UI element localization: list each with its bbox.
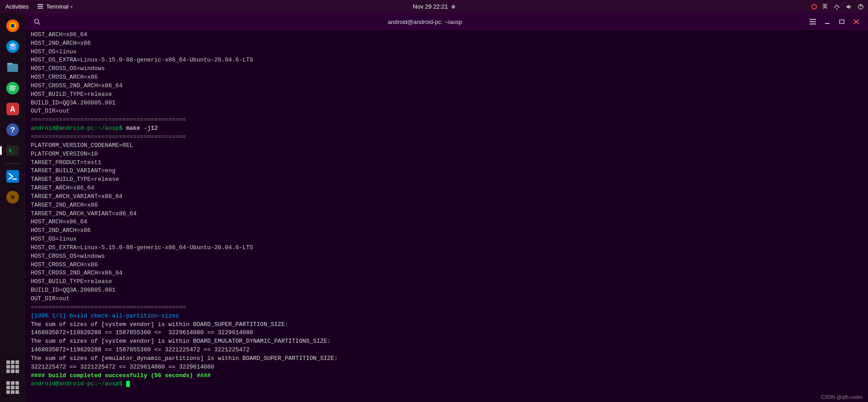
terminal-dock-icon[interactable]: $_	[4, 142, 22, 160]
system-bar-left: Activities Terminal ▾	[0, 0, 76, 13]
terminal-line: HOST_OS=linux	[31, 48, 863, 57]
terminal-minimize-button[interactable]	[821, 15, 834, 28]
terminal-line: TARGET_BUILD_VARIANT=eng	[31, 167, 863, 175]
terminal-line: [100% 1/1] build check-all-partition-siz…	[31, 312, 863, 321]
terminal-line: OUT_DIR=out	[31, 107, 863, 116]
vscode-icon[interactable]	[4, 167, 22, 185]
dock-separator	[5, 163, 20, 164]
hamburger-icon	[810, 19, 816, 24]
terminal-search-button[interactable]	[31, 15, 43, 28]
show-apps-button-2[interactable]	[4, 378, 22, 397]
terminal-line: android@android-pc:~/aosp$	[31, 380, 863, 388]
svg-marker-5	[847, 5, 849, 9]
svg-point-10	[11, 24, 14, 28]
svg-point-4	[836, 8, 838, 9]
svg-rect-31	[810, 24, 816, 24]
terminal-menu-label: Terminal	[46, 3, 68, 10]
terminal-line: OUT_DIR=out	[31, 295, 863, 303]
show-apps-button[interactable]	[4, 358, 22, 376]
terminal-line: HOST_CROSS_ARCH=x86	[31, 261, 863, 270]
terminal-line: HOST_CROSS_2ND_ARCH=x86_64	[31, 269, 863, 278]
svg-rect-1	[38, 6, 43, 7]
terminal-menu-arrow: ▾	[71, 5, 73, 9]
minimize-icon	[824, 19, 830, 24]
svg-rect-30	[810, 21, 816, 22]
terminal-menu-button[interactable]	[806, 15, 819, 28]
terminal-close-button[interactable]	[850, 15, 863, 28]
terminal-line: HOST_CROSS_OS=windows	[31, 65, 863, 73]
terminal-line: HOST_CROSS_OS=windows	[31, 252, 863, 261]
terminal-line: HOST_ARCH=x86_64	[31, 218, 863, 227]
terminal-line: ========================================…	[31, 116, 863, 124]
terminal-line: HOST_OS_EXTRA=Linux-5.15.0-88-generic-x8…	[31, 244, 863, 252]
lang-icon[interactable]: 英	[820, 0, 830, 13]
terminal-menu[interactable]: Terminal ▾	[34, 0, 76, 13]
appstore-icon[interactable]: A	[4, 100, 22, 118]
terminal-output[interactable]: TARGET_2ND_ARCH_VARIANT=x86_64HOST_ARCH=…	[25, 30, 868, 392]
terminal-line: TARGET_ARCH_VARIANT=x86_64	[31, 193, 863, 201]
terminal-line: HOST_2ND_ARCH=x86	[31, 39, 863, 48]
svg-rect-15	[7, 63, 13, 65]
system-bar-right: 英	[809, 0, 868, 13]
terminal-line: BUILD_ID=QQ3A.200805.001	[31, 286, 863, 295]
terminal-line: The sum of sizes of [system vendor] is w…	[31, 321, 863, 329]
apps-grid-icon-2	[6, 381, 19, 394]
svg-rect-29	[810, 19, 816, 20]
svg-line-28	[38, 23, 40, 25]
firefox-icon[interactable]	[4, 17, 22, 35]
svg-rect-2	[38, 8, 43, 9]
status-dot	[451, 5, 455, 9]
terminal-line: #### build completed successfully (56 se…	[31, 372, 863, 380]
terminal-line: HOST_ARCH=x86_64	[31, 31, 863, 39]
terminal-title: android@android-pc: ~/aosp	[388, 19, 462, 25]
terminal-line: HOST_CROSS_2ND_ARCH=x86_64	[31, 82, 863, 90]
svg-text:?: ?	[10, 126, 15, 135]
terminal-line: 1468035072+119820288 == 1587855360 <= 32…	[31, 329, 863, 337]
terminal-line: BUILD_ID=QQ3A.200805.001	[31, 99, 863, 108]
activities-button[interactable]: Activities	[0, 0, 34, 13]
svg-rect-32	[825, 23, 830, 24]
files-icon[interactable]	[4, 58, 22, 76]
terminal-line: The sum of sizes of [system vendor] is w…	[31, 337, 863, 346]
status-bar: CSDN @qfh-coder	[25, 392, 868, 402]
datetime: Nov 29 22:21	[413, 3, 448, 10]
maximize-icon	[839, 19, 845, 24]
svg-rect-33	[840, 20, 844, 24]
system-bar-center: Nov 29 22:21	[413, 3, 455, 10]
status-text: CSDN @qfh-coder	[821, 394, 863, 400]
help-icon[interactable]: ?	[4, 121, 22, 139]
terminal-line: ========================================…	[31, 303, 863, 312]
terminal-line: PLATFORM_VERSION_CODENAME=REL	[31, 142, 863, 150]
terminal-line: HOST_2ND_ARCH=x86	[31, 227, 863, 235]
power-icon[interactable]	[855, 0, 866, 13]
terminal-line: android@android-pc:~/aosp$ make -j12	[31, 124, 863, 133]
dvd-icon[interactable]	[4, 188, 22, 206]
titlebar-left	[31, 15, 43, 28]
terminal-line: HOST_OS=linux	[31, 235, 863, 244]
terminal-line: PLATFORM_VERSION=10	[31, 150, 863, 159]
terminal-window: android@android-pc: ~/aosp	[25, 13, 868, 402]
svg-rect-0	[38, 4, 43, 5]
terminal-maximize-button[interactable]	[835, 15, 848, 28]
svg-point-3	[812, 5, 816, 9]
volume-icon[interactable]	[844, 0, 854, 13]
terminal-line: 3221225472 == 3221225472 <= 3229614080 =…	[31, 363, 863, 372]
record-icon[interactable]	[809, 0, 819, 13]
terminal-line: TARGET_2ND_ARCH=x86	[31, 201, 863, 210]
svg-text:A: A	[10, 105, 15, 114]
dock: A ? $_	[0, 13, 25, 402]
terminal-line: HOST_BUILD_TYPE=release	[31, 90, 863, 99]
terminal-line: TARGET_PRODUCT=test1	[31, 159, 863, 167]
main-area: A ? $_	[0, 13, 868, 402]
titlebar-right	[806, 15, 863, 28]
thunderbird-icon[interactable]	[4, 38, 22, 56]
terminal-line: TARGET_BUILD_TYPE=release	[31, 175, 863, 184]
terminal-line: 1468035072+119820288 == 1587855360 <= 32…	[31, 346, 863, 355]
svg-point-26	[12, 196, 14, 198]
network-icon[interactable]	[831, 0, 843, 13]
terminal-line: TARGET_2ND_ARCH_VARIANT=x86_64	[31, 210, 863, 218]
apps-grid-icon	[6, 360, 19, 373]
terminal-titlebar: android@android-pc: ~/aosp	[25, 13, 868, 30]
spotify-icon[interactable]	[4, 79, 22, 97]
svg-text:$_: $_	[9, 147, 15, 153]
